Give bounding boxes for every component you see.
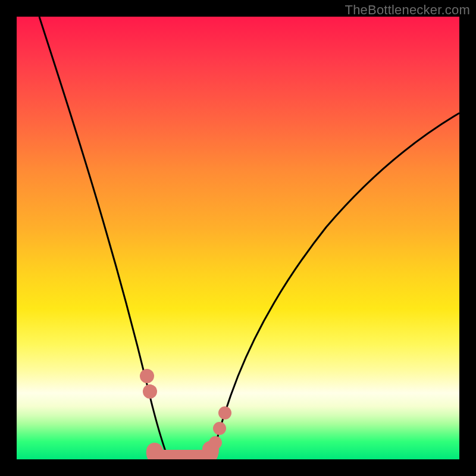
chart-svg: [17, 17, 459, 459]
left-marker-1: [140, 369, 154, 383]
chart-frame: [17, 17, 459, 459]
right-curve: [212, 113, 459, 459]
floor-sausage: [155, 449, 211, 458]
right-marker-2: [213, 422, 226, 435]
left-marker-2: [143, 384, 157, 399]
right-marker-3: [218, 406, 231, 419]
right-marker-1: [209, 436, 222, 449]
watermark-text: TheBottlenecker.com: [345, 2, 470, 18]
